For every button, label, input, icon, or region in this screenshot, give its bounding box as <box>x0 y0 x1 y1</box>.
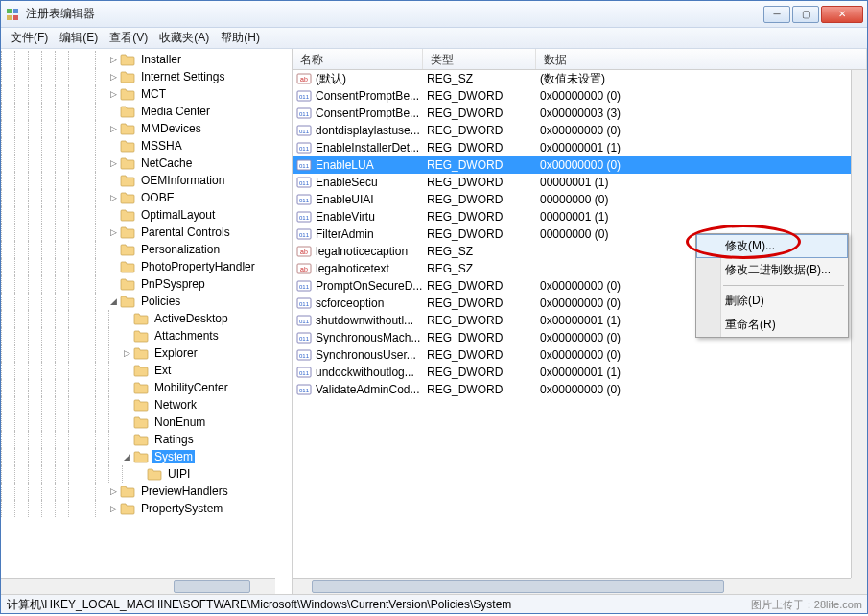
list-pane: 名称 类型 数据 ab(默认)REG_SZ(数值未设置)011ConsentPr… <box>293 49 867 594</box>
tree-item[interactable]: Personalization <box>1 241 292 258</box>
tree-toggle-icon[interactable] <box>122 383 131 392</box>
context-menu-delete[interactable]: 删除(D) <box>696 289 848 313</box>
tree-toggle-icon[interactable] <box>108 245 118 254</box>
menu-view[interactable]: 查看(V) <box>104 28 153 48</box>
tree-toggle-icon[interactable]: ▷ <box>108 158 118 168</box>
tree-item[interactable]: Media Center <box>1 103 292 120</box>
tree-toggle-icon[interactable] <box>135 469 145 479</box>
tree-toggle-icon[interactable] <box>108 141 118 151</box>
tree-item[interactable]: ▷PropertySystem <box>1 500 292 517</box>
tree-toggle-icon[interactable]: ▷ <box>108 124 118 133</box>
value-row[interactable]: 011EnableSecuREG_DWORD00000001 (1) <box>293 174 851 191</box>
tree-toggle-icon[interactable]: ▷ <box>108 72 118 82</box>
tree-label: OEMInformation <box>139 174 226 187</box>
tree-item[interactable]: NonEnum <box>1 414 292 431</box>
tree-item[interactable]: ▷MMDevices <box>1 120 292 137</box>
value-data: 0x00000000 (0) <box>540 124 851 137</box>
tree-toggle-icon[interactable] <box>108 279 118 289</box>
tree-toggle-icon[interactable] <box>108 176 118 185</box>
tree-toggle-icon[interactable]: ◢ <box>108 296 118 306</box>
value-data: 00000001 (1) <box>540 176 851 189</box>
tree-toggle-icon[interactable]: ▷ <box>108 227 118 237</box>
menu-file[interactable]: 文件(F) <box>5 28 54 48</box>
tree-item[interactable]: ▷MCT <box>1 85 292 103</box>
menu-help[interactable]: 帮助(H) <box>215 28 266 48</box>
value-row[interactable]: 011ConsentPromptBe...REG_DWORD0x00000000… <box>293 87 851 105</box>
list-header: 名称 类型 数据 <box>293 49 867 70</box>
column-type[interactable]: 类型 <box>423 49 536 69</box>
svg-text:ab: ab <box>300 266 308 272</box>
value-row[interactable]: 011ValidateAdminCod...REG_DWORD0x0000000… <box>293 381 851 398</box>
value-row[interactable]: 011EnableLUAREG_DWORD0x00000000 (0) <box>293 156 851 174</box>
tree-item[interactable]: ◢Policies <box>1 293 292 310</box>
tree-item[interactable]: MobilityCenter <box>1 379 292 396</box>
value-row[interactable]: 011SynchronousUser...REG_DWORD0x00000000… <box>293 346 851 364</box>
close-button[interactable]: ✕ <box>821 6 863 23</box>
tree-toggle-icon[interactable] <box>122 400 131 410</box>
tree-item[interactable]: Ext <box>1 362 292 379</box>
tree-toggle-icon[interactable] <box>122 435 131 444</box>
value-row[interactable]: 011undockwithoutlog...REG_DWORD0x0000000… <box>293 364 851 381</box>
tree-scroll[interactable]: ▷Installer▷Internet Settings▷MCT Media C… <box>1 49 292 578</box>
tree-item[interactable]: Ratings <box>1 431 292 448</box>
tree-toggle-icon[interactable]: ▷ <box>122 348 131 358</box>
value-row[interactable]: 011EnableUIAIREG_DWORD00000000 (0) <box>293 191 851 208</box>
tree-toggle-icon[interactable]: ▷ <box>108 55 118 64</box>
scroll-thumb[interactable] <box>312 580 724 593</box>
value-row[interactable]: ab(默认)REG_SZ(数值未设置) <box>293 70 851 87</box>
tree-item[interactable]: OEMInformation <box>1 172 292 189</box>
tree-toggle-icon[interactable] <box>108 210 118 220</box>
scroll-thumb[interactable] <box>174 580 250 593</box>
tree-toggle-icon[interactable]: ▷ <box>108 89 118 99</box>
tree-item[interactable]: ▷PreviewHandlers <box>1 483 292 500</box>
tree-toggle-icon[interactable] <box>122 417 131 427</box>
value-name: undockwithoutlog... <box>316 366 427 379</box>
value-row[interactable]: 011EnableInstallerDet...REG_DWORD0x00000… <box>293 139 851 156</box>
tree-label: PropertySystem <box>139 502 224 515</box>
tree-item[interactable]: ▷Explorer <box>1 344 292 362</box>
tree-item[interactable]: UIPI <box>1 465 292 483</box>
tree-item[interactable]: ▷Parental Controls <box>1 224 292 241</box>
tree-toggle-icon[interactable]: ▷ <box>108 193 118 202</box>
svg-text:011: 011 <box>299 232 310 238</box>
tree-item[interactable]: PnPSysprep <box>1 275 292 293</box>
context-menu-rename[interactable]: 重命名(R) <box>696 313 848 337</box>
tree-toggle-icon[interactable] <box>122 366 131 375</box>
column-data[interactable]: 数据 <box>536 49 867 69</box>
tree-toggle-icon[interactable] <box>122 314 131 323</box>
tree-item[interactable]: Attachments <box>1 327 292 344</box>
tree-toggle-icon[interactable] <box>108 107 118 116</box>
context-menu: 修改(M)... 修改二进制数据(B)... 删除(D) 重命名(R) <box>695 233 849 338</box>
value-row[interactable]: 011dontdisplaylastuse...REG_DWORD0x00000… <box>293 122 851 139</box>
tree-item[interactable]: ◢System <box>1 448 292 465</box>
context-menu-modify-binary[interactable]: 修改二进制数据(B)... <box>696 258 848 282</box>
titlebar[interactable]: 注册表编辑器 ─ ▢ ✕ <box>1 1 867 28</box>
tree-toggle-icon[interactable]: ▷ <box>108 486 118 496</box>
tree-label: PreviewHandlers <box>139 485 230 498</box>
list-horizontal-scrollbar[interactable] <box>293 578 851 594</box>
tree-toggle-icon[interactable] <box>122 331 131 341</box>
svg-text:ab: ab <box>300 249 308 255</box>
minimize-button[interactable]: ─ <box>763 6 790 23</box>
tree-item[interactable]: ▷Internet Settings <box>1 68 292 85</box>
tree-item[interactable]: ▷OOBE <box>1 189 292 206</box>
value-row[interactable]: 011ConsentPromptBe...REG_DWORD0x00000003… <box>293 105 851 122</box>
tree-item[interactable]: ▷NetCache <box>1 154 292 172</box>
tree-item[interactable]: ActiveDesktop <box>1 310 292 327</box>
tree-item[interactable]: OptimalLayout <box>1 206 292 224</box>
list-vertical-scrollbar[interactable] <box>851 70 867 578</box>
tree-toggle-icon[interactable]: ◢ <box>122 452 131 462</box>
value-row[interactable]: 011EnableVirtuREG_DWORD00000001 (1) <box>293 208 851 225</box>
tree-toggle-icon[interactable] <box>108 262 118 272</box>
menu-edit[interactable]: 编辑(E) <box>54 28 104 48</box>
tree-item[interactable]: MSSHA <box>1 137 292 154</box>
tree-item[interactable]: ▷Installer <box>1 51 292 68</box>
maximize-button[interactable]: ▢ <box>792 6 819 23</box>
tree-toggle-icon[interactable]: ▷ <box>108 504 118 513</box>
context-menu-modify[interactable]: 修改(M)... <box>696 234 848 258</box>
tree-item[interactable]: Network <box>1 396 292 414</box>
column-name[interactable]: 名称 <box>293 49 423 69</box>
tree-horizontal-scrollbar[interactable] <box>1 578 275 594</box>
menu-favorites[interactable]: 收藏夹(A) <box>153 28 215 48</box>
tree-item[interactable]: PhotoPropertyHandler <box>1 258 292 275</box>
